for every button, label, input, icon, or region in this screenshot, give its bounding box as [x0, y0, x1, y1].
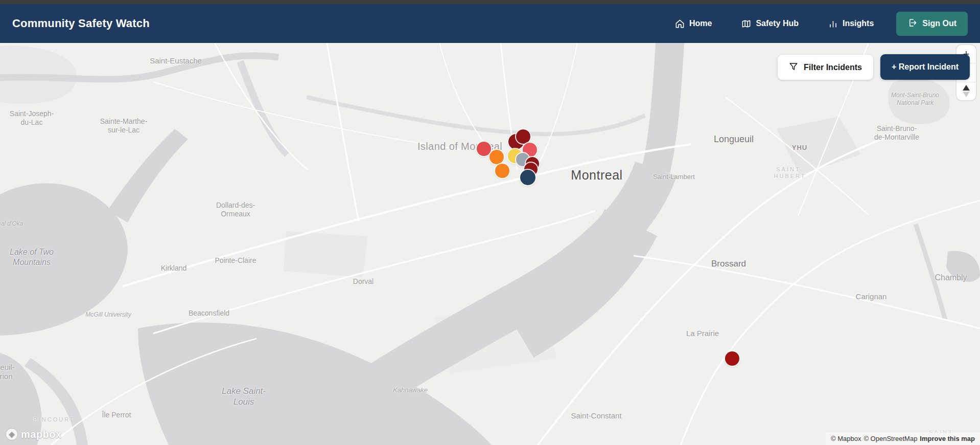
nav-item-label: Insights [843, 19, 874, 28]
map-canvas[interactable]: Saint-EustacheSaint-Joseph- du-LacSainte… [0, 43, 980, 445]
filter-funnel-icon [789, 62, 798, 73]
osm-attribution-link[interactable]: © OpenStreetMap [864, 435, 917, 442]
nav-item-label: Safety Hub [756, 19, 799, 28]
main-nav: Home Safety Hub Insights Sign Out [675, 12, 968, 36]
bar-chart-icon [828, 19, 838, 29]
report-incident-button[interactable]: + Report Incident [880, 54, 970, 80]
incident-marker[interactable] [495, 164, 509, 178]
incident-marker[interactable] [516, 129, 530, 144]
map-icon [741, 19, 751, 29]
home-icon [675, 19, 685, 29]
sign-out-icon [907, 18, 917, 30]
improve-map-link[interactable]: Improve this map [920, 435, 975, 442]
incident-marker[interactable] [520, 170, 535, 185]
mapbox-logo-text: mapbox [21, 429, 62, 440]
sign-out-button[interactable]: Sign Out [896, 12, 968, 36]
nav-item-label: Home [689, 19, 712, 28]
nav-item-safety-hub[interactable]: Safety Hub [741, 19, 799, 29]
mapbox-logo-icon: ◈ [5, 428, 18, 441]
nav-item-insights[interactable]: Insights [828, 19, 874, 29]
filter-incidents-button[interactable]: Filter Incidents [778, 55, 873, 80]
nav-item-home[interactable]: Home [675, 19, 712, 29]
mapbox-logo[interactable]: ◈ mapbox [5, 428, 62, 441]
compass-icon [963, 85, 970, 97]
mapbox-attribution-link[interactable]: © Mapbox [831, 435, 861, 442]
map-attribution: © Mapbox © OpenStreetMap Improve this ma… [826, 433, 980, 445]
incident-marker[interactable] [725, 351, 739, 366]
sign-out-label: Sign Out [922, 19, 956, 28]
window-top-strip [0, 0, 980, 4]
app-header: Community Safety Watch Home Safety Hub I… [0, 4, 980, 43]
app-title: Community Safety Watch [12, 17, 150, 30]
incident-marker[interactable] [489, 150, 504, 164]
filter-incidents-label: Filter Incidents [804, 63, 862, 72]
basemap-graphics [0, 43, 980, 445]
compass-button[interactable] [956, 82, 976, 100]
page: Community Safety Watch Home Safety Hub I… [0, 0, 980, 445]
incident-marker[interactable] [477, 142, 491, 156]
report-incident-label: + Report Incident [892, 62, 959, 72]
